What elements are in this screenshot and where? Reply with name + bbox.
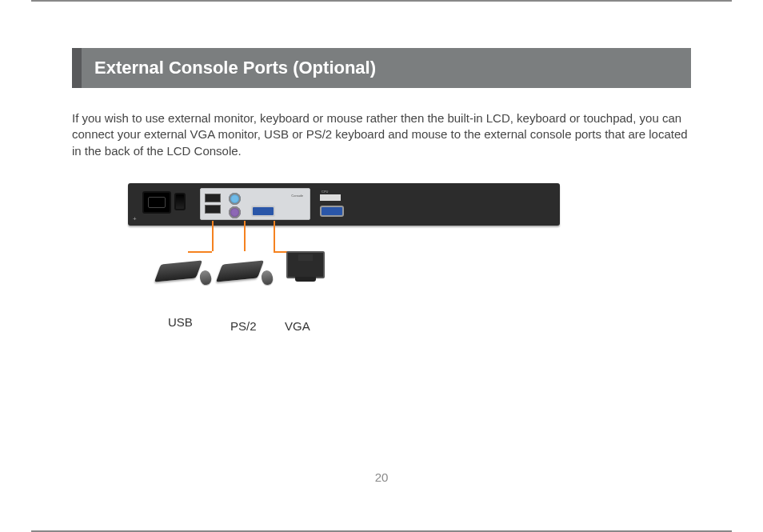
cpu-group-label: CPU <box>322 190 328 194</box>
label-usb: USB <box>168 315 193 329</box>
ps2-keyboard-mouse-icon <box>220 262 260 280</box>
lcd-console-rear-panel: Console CPU + <box>128 183 560 226</box>
cpu-connector-icon <box>320 194 341 201</box>
vga-monitor-icon <box>286 251 325 282</box>
console-group-label: Console <box>291 194 303 198</box>
usb-ports-icon <box>205 194 221 216</box>
cpu-vga-port-icon <box>320 206 344 217</box>
label-ps2: PS/2 <box>230 319 257 333</box>
ps2-keyboard-port-icon <box>229 193 241 205</box>
usb-keyboard-mouse-icon <box>158 262 198 280</box>
intro-paragraph: If you wish to use external monitor, key… <box>72 110 691 159</box>
ps2-mouse-port-icon <box>229 206 241 218</box>
label-vga: VGA <box>285 319 310 333</box>
vga-port-icon <box>251 206 275 217</box>
external-console-port-group: Console <box>200 188 310 220</box>
ground-mark-icon: + <box>133 215 137 222</box>
section-title: External Console Ports (Optional) <box>72 48 691 88</box>
power-inlet-icon <box>142 191 171 214</box>
diagram: Console CPU + USB PS/2 VGA <box>128 183 560 310</box>
page-number: 20 <box>0 470 763 484</box>
power-switch-icon <box>174 193 186 210</box>
